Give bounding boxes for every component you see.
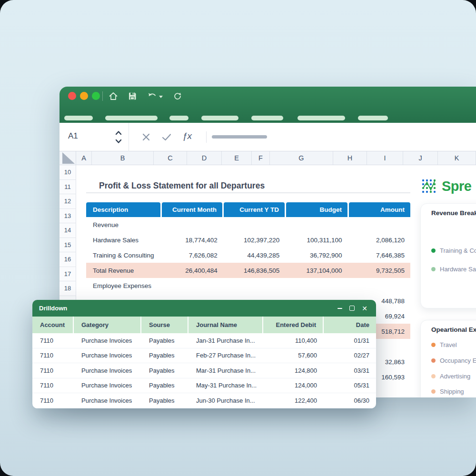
zoom-traffic-light[interactable] [92,92,100,100]
drilldown-row[interactable]: 7110Purchase InvoicesPayablesJan-31 Purc… [32,333,376,348]
pnl-cell-value: 26,400,484 [161,263,223,278]
undo-dropdown-caret[interactable] [159,96,163,98]
column-header-C[interactable]: C [154,151,187,165]
insert-function-button[interactable]: ƒx [182,131,192,141]
drilldown-window-controls: ✕ [337,305,367,312]
column-header-D[interactable]: D [187,151,222,165]
brand-name: Spre [442,178,471,194]
drilldown-cell: 124,000 [263,378,324,393]
pnl-cell-value [285,217,347,232]
pnl-row[interactable]: Hardware Sales18,774,402102,397,220100,3… [86,232,410,248]
home-icon [108,90,119,102]
drilldown-cell: Mar-31 Purchase In... [188,363,263,378]
row-header-14[interactable]: 14 [60,223,76,238]
close-traffic-light[interactable] [68,92,76,100]
legend-label: Occupancy Ex [440,357,476,364]
column-header-F[interactable]: F [252,151,270,165]
legend-dot-icon [431,248,436,253]
drilldown-row[interactable]: 7110Purchase InvoicesPayablesFeb-27 Purc… [32,348,376,364]
undo-button[interactable] [147,90,158,102]
drilldown-cell: Feb-27 Purchase In... [188,348,263,363]
legend-dot-icon [431,267,436,271]
drilldown-column-header[interactable]: Entered Debit [263,317,324,333]
pnl-cell-value [348,217,410,232]
card-title: Opeartional Exp [431,326,476,333]
pnl-row[interactable]: Revenue [86,217,410,232]
confirm-entry-button[interactable] [161,132,172,144]
drilldown-cell: 05/31 [324,378,376,393]
drilldown-column-header[interactable]: Date [324,317,376,333]
drilldown-cell: Payables [141,378,188,393]
maximize-icon[interactable] [349,306,355,311]
ribbon-tab-placeholder[interactable] [169,116,188,120]
pnl-cell-value [285,278,347,293]
column-header-K[interactable]: K [438,151,476,165]
row-header-12[interactable]: 12 [60,194,76,209]
drilldown-column-header[interactable]: Sourse [141,317,188,333]
redo-button[interactable] [172,90,183,102]
drilldown-cell: 122,400 [263,393,324,408]
drilldown-cell: 7110 [32,378,74,393]
column-header-I[interactable]: I [367,151,403,165]
row-header-16[interactable]: 16 [60,252,76,267]
column-header-G[interactable]: G [270,151,333,165]
column-header-H[interactable]: H [333,151,367,165]
drilldown-cell: Purchase Invoices [74,393,141,408]
select-all-corner[interactable] [60,151,76,165]
brand-logo: Spre [421,178,471,194]
ribbon-tab-placeholder[interactable] [358,116,388,120]
ribbon-tab-placeholder[interactable] [298,116,345,120]
column-header-B[interactable]: B [92,151,154,165]
pnl-column-header: Amount [349,202,410,217]
title-underline [86,192,410,193]
legend-item: Advertising [431,373,470,380]
ribbon-tab-placeholder[interactable] [105,116,158,120]
name-box-stepper[interactable] [115,129,122,147]
row-header-10[interactable]: 10 [60,165,76,180]
cancel-entry-button[interactable] [141,132,151,144]
row-header-15[interactable]: 15 [60,238,76,253]
column-header-A[interactable]: A [76,151,92,165]
drilldown-table-body: 7110Purchase InvoicesPayablesJan-31 Purc… [32,333,376,408]
column-headers: ABCDEFGHIJK [60,151,476,165]
minimize-traffic-light[interactable] [80,92,88,100]
home-button[interactable] [108,90,119,102]
name-box[interactable]: A1 [68,131,78,141]
close-icon[interactable]: ✕ [362,305,367,312]
ribbon-tab-placeholder[interactable] [64,116,93,120]
drilldown-titlebar[interactable]: Drilldown ✕ [32,300,376,317]
drilldown-cell: 124,800 [263,363,324,378]
row-header-17[interactable]: 17 [60,267,76,282]
pnl-cell-label: Total Revenue [86,263,161,278]
ribbon-tab-placeholder[interactable] [251,116,283,120]
row-header-13[interactable]: 13 [60,209,76,224]
drilldown-row[interactable]: 7110Purchase InvoicesPayablesMay-31 Purc… [32,378,376,394]
column-header-J[interactable]: J [403,151,438,165]
drilldown-cell: 03/31 [324,363,376,378]
chevron-up-down-icon [115,129,122,145]
drilldown-row[interactable]: 7110Purchase InvoicesPayablesJun-30 Purc… [32,393,376,408]
ribbon-tab-placeholder[interactable] [201,116,238,120]
pnl-column-header: Budget [286,202,347,217]
pnl-row[interactable]: Total Revenue26,400,484146,836,505137,10… [86,263,410,278]
pnl-row[interactable]: Employee Expenses [86,278,410,293]
drilldown-row[interactable]: 7110Purchase InvoicesPayablesMar-31 Purc… [32,363,376,378]
pnl-table-header: DescriptionCurrent MonthCurrent Y TDBudg… [86,202,410,217]
legend-dot-icon [431,343,436,347]
minimize-icon[interactable] [337,308,342,309]
row-header-18[interactable]: 18 [60,281,76,296]
drilldown-cell: Purchase Invoices [74,378,141,393]
pnl-row[interactable]: Training & Consulting7,626,08244,439,285… [86,248,410,263]
revenue-breakdown-card: Revenue Breakd Training & ConHardware Sa… [420,203,476,308]
card-title: Revenue Breakd [431,209,476,217]
column-header-E[interactable]: E [222,151,252,165]
drilldown-cell: May-31 Purchase In... [188,378,263,393]
drilldown-table-header: AccountGategorySourseJournal NameEntered… [32,317,376,333]
row-header-11[interactable]: 11 [60,180,76,195]
select-all-triangle-icon [60,151,76,165]
drilldown-column-header[interactable]: Gategory [74,317,141,333]
formula-content-placeholder [212,135,267,139]
drilldown-column-header[interactable]: Account [32,317,74,333]
drilldown-column-header[interactable]: Journal Name [188,317,263,333]
save-button[interactable] [127,90,138,102]
